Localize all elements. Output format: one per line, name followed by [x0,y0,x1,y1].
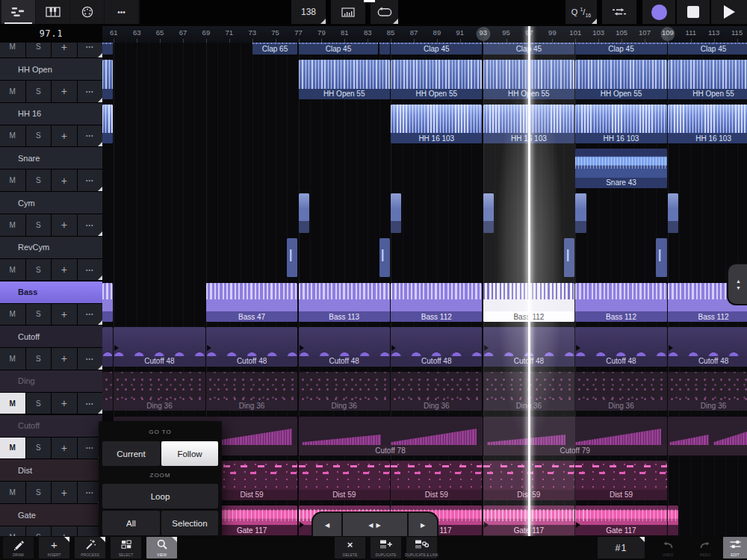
clip[interactable] [668,505,678,535]
mute-button[interactable]: M [0,526,25,536]
solo-button[interactable]: S [26,438,52,459]
clip[interactable] [564,238,574,278]
clip[interactable]: Bass 112 [483,283,574,323]
clip[interactable] [379,43,390,55]
track-more-button[interactable]: ••• [78,81,103,102]
ruler-bar-number[interactable]: 111 [686,28,696,37]
mute-button[interactable]: M [0,43,25,57]
ruler-bar-number[interactable]: 109 [662,28,674,37]
clip[interactable]: Dist 59 [391,461,482,500]
ruler-bar-number[interactable]: 71 [226,28,234,37]
ruler-bar-number[interactable]: 105 [616,28,627,37]
toolbar-select-button[interactable]: SELECT [111,537,141,559]
midi-button[interactable] [70,0,104,24]
shuffle-button[interactable] [602,0,636,24]
clip[interactable]: Cutoff 48 [114,327,205,367]
clip[interactable]: HH 16 103 [483,105,574,144]
add-pattern-button[interactable]: + [52,393,77,414]
add-pattern-button[interactable]: + [52,526,77,536]
ruler-bar-number[interactable]: 89 [433,28,441,37]
ruler-bar-number[interactable]: 65 [156,28,164,37]
scroll-right-button[interactable]: ▶ [409,513,437,538]
clip[interactable] [391,193,401,233]
track-name-row-ding[interactable]: Ding [0,370,102,392]
ruler-bar-number[interactable]: 75 [271,28,279,37]
clip[interactable]: Cutoff 48 [299,327,390,367]
clip[interactable]: Clap 65 [252,43,298,55]
clip[interactable]: HH Open 55 [299,60,390,99]
clip[interactable]: Cutoff 48 [391,327,482,367]
ruler-bar-number[interactable]: 61 [110,28,118,37]
ruler-bar-number[interactable]: 85 [387,28,395,37]
track-more-button[interactable]: ••• [78,43,103,57]
ruler-bar-number[interactable]: 63 [133,28,141,37]
clip[interactable] [668,417,747,456]
clip[interactable]: Ding 36 [575,372,666,411]
track-name-row-cutoff[interactable]: Cutoff [0,326,102,347]
clip[interactable] [299,193,309,233]
clip[interactable] [575,193,586,233]
mute-button[interactable]: M [0,81,25,102]
add-pattern-button[interactable]: + [52,125,77,147]
solo-button[interactable]: S [26,259,52,281]
solo-button[interactable]: S [26,43,52,57]
track-name-row-dist[interactable]: Dist [0,459,102,481]
mute-button[interactable]: M [0,125,25,147]
clip[interactable]: Gate 117 [483,505,574,535]
clip[interactable]: Dist 59 [575,461,666,500]
clip[interactable]: Cutoff 48 [206,327,297,367]
solo-button[interactable]: S [26,214,52,236]
zoom-all-button[interactable]: All [102,511,160,535]
track-more-button[interactable]: ••• [78,214,103,236]
stop-button[interactable] [677,0,710,24]
clip[interactable]: Ding 36 [668,372,747,411]
solo-button[interactable]: S [26,393,52,414]
add-pattern-button[interactable]: + [52,348,77,370]
clip[interactable]: HH Open 55 [391,60,482,99]
add-pattern-button[interactable]: + [52,81,77,102]
solo-button[interactable]: S [26,304,52,326]
clip[interactable] [287,238,297,278]
timeline-ruler[interactable]: 6163656769717375777981838587899193959799… [102,26,747,43]
ruler-bar-number[interactable]: 87 [410,28,418,37]
clip[interactable]: Ding 36 [391,372,482,411]
ruler-bar-number[interactable]: 103 [592,28,604,37]
clip[interactable]: Cutoff 78 [299,417,483,456]
clip[interactable]: Ding 36 [299,372,390,411]
ruler-bar-number[interactable]: 77 [294,28,303,37]
record-button[interactable] [642,0,675,24]
toolbar-delete-button[interactable]: ×DELETE [335,537,365,559]
goto-current-button[interactable]: Current [102,441,160,466]
ruler-bar-number[interactable]: 69 [202,28,211,37]
clip[interactable]: HH Open 55 [575,60,666,99]
clip[interactable] [379,238,390,278]
clip[interactable]: Ding 36 [206,372,297,411]
ruler-bar-number[interactable]: 83 [364,28,372,37]
track-name-row-cym[interactable]: Cym [0,192,102,214]
mute-button[interactable]: M [0,259,25,281]
zoom-selection-button[interactable]: Selection [161,511,218,535]
quantize-button[interactable]: Q 1/16 [565,0,597,24]
solo-button[interactable]: S [26,348,52,370]
clip[interactable]: Ding 36 [483,372,574,411]
track-name-row-bass[interactable]: Bass [0,281,102,303]
clip[interactable]: Cutoff 48 [575,327,666,367]
clip[interactable]: Gate 117 [575,505,666,535]
ruler-bar-number[interactable]: 91 [456,28,465,37]
solo-button[interactable]: S [26,526,52,536]
clip[interactable]: Bass 113 [299,283,390,323]
clip[interactable] [102,327,113,367]
track-more-button[interactable]: ••• [78,125,103,147]
mute-button[interactable]: M [0,304,25,326]
song-mode-button[interactable] [1,0,35,24]
tempo-button[interactable]: 138 [291,0,326,24]
clip[interactable]: HH Open 55 [668,60,747,99]
add-pattern-button[interactable]: + [52,214,77,236]
play-button[interactable] [711,0,747,24]
metronome-button[interactable] [331,0,365,24]
toolbar-duplicate-button[interactable]: DUPLICATE [371,537,401,559]
clip[interactable] [102,105,113,144]
ruler-bar-number[interactable]: 101 [569,28,581,37]
clip[interactable] [102,372,113,411]
playhead-position-display[interactable]: 97.1 [0,24,102,43]
